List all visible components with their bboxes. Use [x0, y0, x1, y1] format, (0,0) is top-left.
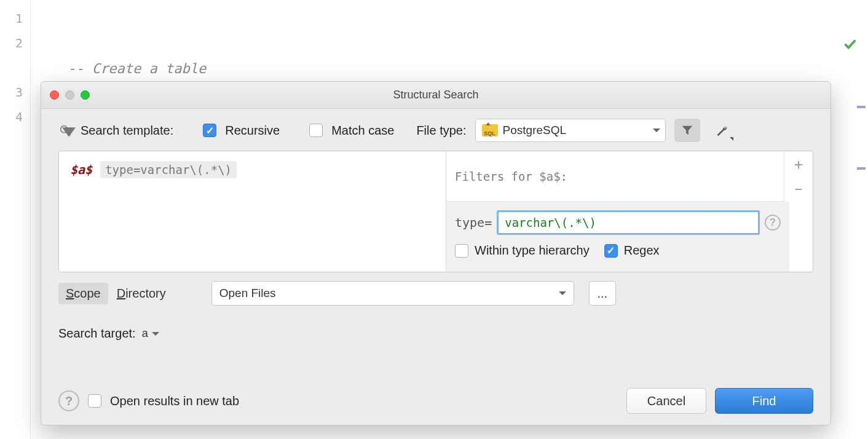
regex-checkbox[interactable] — [604, 244, 618, 258]
tools-menu-button[interactable] — [709, 119, 735, 142]
line-number: 4 — [0, 105, 23, 129]
dialog-title: Structural Search — [41, 89, 831, 101]
chevron-down-icon — [152, 332, 159, 336]
line-number: 2 — [0, 31, 23, 55]
sql-comment: -- Create a table — [68, 61, 206, 76]
status-ok-icon — [795, 10, 857, 84]
template-variable: $a$ — [70, 162, 92, 177]
recursive-label: Recursive — [225, 124, 280, 138]
file-type-dropdown[interactable]: SQL PostgreSQL — [475, 119, 666, 142]
open-results-label: Open results in new tab — [110, 394, 239, 408]
help-icon[interactable]: ? — [765, 215, 781, 231]
sql-file-icon: SQL — [482, 124, 498, 136]
line-number: 3 — [0, 80, 23, 105]
help-button[interactable]: ? — [58, 390, 79, 411]
find-button[interactable]: Find — [715, 388, 813, 414]
line-number: 1 — [0, 6, 23, 31]
structural-search-dialog: Structural Search Search template: Recur… — [41, 81, 831, 425]
file-type-label: File type: — [416, 124, 466, 138]
file-type-value: PostgreSQL — [503, 124, 648, 137]
template-hint-chip: type=varchar\(.*\) — [100, 161, 237, 178]
search-target-label: Search target: — [58, 326, 136, 341]
add-filter-button[interactable]: ＋ — [789, 155, 808, 173]
maximize-window-icon[interactable] — [81, 90, 90, 100]
scope-toggle[interactable]: Scope — [58, 283, 108, 304]
template-panes: $a$ type=varchar\(.*\) Filters for $a$: … — [58, 151, 813, 272]
chevron-down-icon — [559, 291, 566, 295]
match-case-checkbox[interactable] — [309, 124, 323, 137]
chevron-down-icon — [653, 129, 660, 132]
filter-toggle-button[interactable] — [674, 119, 700, 142]
type-equals-label: type= — [455, 215, 492, 230]
match-case-label: Match case — [331, 124, 394, 138]
open-results-new-tab-checkbox[interactable] — [88, 394, 101, 408]
type-filter-input[interactable] — [497, 210, 760, 235]
scope-select[interactable]: Open Files — [211, 281, 574, 306]
regex-label: Regex — [624, 243, 660, 258]
search-template-label: Search template: — [81, 124, 173, 138]
recursive-checkbox[interactable] — [203, 124, 216, 137]
within-hierarchy-label: Within type hierarchy — [475, 243, 590, 258]
cancel-button[interactable]: Cancel — [626, 388, 706, 414]
window-controls — [50, 90, 90, 100]
dialog-titlebar[interactable]: Structural Search — [41, 82, 831, 109]
search-icon[interactable] — [58, 124, 72, 137]
error-stripe[interactable] — [857, 57, 866, 229]
template-editor[interactable]: $a$ type=varchar\(.*\) — [59, 151, 446, 272]
directory-toggle[interactable]: Directory — [117, 287, 166, 301]
close-window-icon[interactable] — [50, 90, 59, 100]
within-hierarchy-checkbox[interactable] — [455, 244, 468, 258]
scope-browse-button[interactable]: ... — [589, 281, 616, 306]
minimize-window-icon[interactable] — [65, 90, 74, 100]
gutter: 1 2 3 4 — [0, 0, 31, 439]
chevron-down-icon — [730, 137, 733, 141]
scope-select-value: Open Files — [219, 287, 559, 300]
search-target-dropdown[interactable]: a — [142, 327, 159, 340]
